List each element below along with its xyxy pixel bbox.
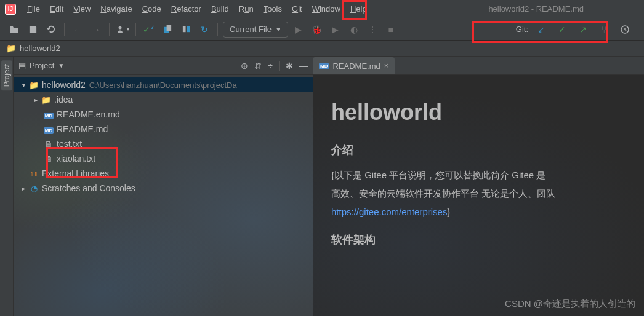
menu-navigate[interactable]: Navigate: [95, 2, 137, 16]
text-file-icon: 🗎: [43, 140, 54, 149]
library-icon: ⫾⫾: [28, 169, 39, 178]
expand-all-icon[interactable]: ⇵: [254, 61, 262, 71]
vcs-diff-icon[interactable]: [178, 22, 194, 38]
git-commit-icon[interactable]: ✓: [554, 22, 570, 38]
markdown-icon: MD: [43, 110, 54, 119]
vcs-commit-icon[interactable]: [159, 22, 175, 38]
markdown-icon: MD: [43, 125, 54, 134]
folder-icon: 📁: [6, 44, 16, 53]
menu-git[interactable]: Git: [287, 2, 307, 16]
git-history-icon[interactable]: [617, 22, 633, 38]
editor-tabs: MD README.md ×: [313, 57, 644, 75]
tree-file-test[interactable]: 🗎 test.txt: [14, 136, 313, 151]
editor-tab-readme[interactable]: MD README.md ×: [313, 57, 395, 74]
doc-arch-heading: 软件架构: [331, 232, 626, 247]
tree-scratches[interactable]: ▸ ◔ Scratches and Consoles: [14, 181, 313, 196]
git-pull-icon[interactable]: ↙: [533, 22, 549, 38]
side-tab-strip: Project: [0, 57, 14, 316]
close-icon[interactable]: ×: [384, 61, 388, 70]
menu-run[interactable]: Run: [234, 2, 259, 16]
back-icon[interactable]: ←: [70, 22, 86, 38]
settings-icon[interactable]: ✱: [286, 61, 293, 71]
expand-arrow-icon[interactable]: ▾: [18, 82, 28, 89]
users-icon[interactable]: ▾: [115, 22, 131, 38]
markdown-preview: helloworld 介绍 {以下是 Gitee 平台说明，您可以替换此简介 G…: [313, 75, 644, 316]
tree-file-readme-en[interactable]: MD README.en.md: [14, 107, 313, 122]
tree-external-libraries[interactable]: ⫾⫾ External Libraries: [14, 166, 313, 181]
menu-help[interactable]: Help: [345, 2, 372, 16]
project-icon: ▤: [18, 61, 26, 70]
folder-icon: 📁: [41, 95, 52, 105]
run-config-label: Current File: [230, 25, 272, 34]
project-tree: ▾ 📁 helloworld2 C:\Users\hanzhuan\Docume…: [14, 75, 313, 316]
project-tool-tab[interactable]: Project: [1, 60, 12, 90]
menu-edit[interactable]: Edit: [45, 2, 68, 16]
open-icon[interactable]: [6, 22, 22, 38]
toolbar: ← → ▾ ✓↙ ↻ Current File ▼ ▶ 🐞 ▶ ◐ ⋮ ■ Gi…: [0, 18, 644, 41]
doc-h1: helloworld: [331, 100, 626, 125]
svg-rect-2: [166, 25, 171, 31]
gitee-link[interactable]: https://gitee.com/enterprises: [331, 207, 447, 217]
menubar: IJ File Edit View Navigate Code Refactor…: [0, 0, 644, 18]
expand-arrow-icon[interactable]: ▸: [31, 97, 41, 103]
panel-header: ▤ Project ▼ ⊕ ⇵ ÷ ✱ —: [14, 57, 313, 75]
project-panel: ▤ Project ▼ ⊕ ⇵ ÷ ✱ — ▾ 📁 helloworld2 C:…: [14, 57, 313, 316]
svg-rect-4: [187, 26, 190, 32]
run-icon[interactable]: ▶: [291, 22, 307, 38]
intellij-icon: IJ: [5, 4, 16, 15]
git-toolbar: Git: ↙ ✓ ↗ ⑂: [511, 20, 638, 39]
stop-icon[interactable]: ■: [383, 22, 399, 38]
editor-area: MD README.md × helloworld 介绍 {以下是 Gitee …: [313, 57, 644, 316]
save-icon[interactable]: [25, 22, 41, 38]
git-branch-icon[interactable]: ⑂: [596, 22, 612, 38]
expand-arrow-icon[interactable]: ▸: [18, 185, 28, 192]
tree-file-readme[interactable]: MD README.md: [14, 122, 313, 136]
forward-icon[interactable]: →: [88, 22, 104, 38]
menu-build[interactable]: Build: [206, 2, 234, 16]
doc-intro-text: {以下是 Gitee 平台说明，您可以替换此简介 Gitee 是 高效、安全的云…: [331, 166, 626, 221]
tree-file-xiaolan[interactable]: 🗎 xiaolan.txt: [14, 151, 313, 166]
profile-icon[interactable]: ◐: [346, 22, 362, 38]
tab-label: README.md: [332, 61, 380, 71]
scratches-icon: ◔: [28, 184, 39, 193]
chevron-down-icon: ▼: [275, 26, 281, 33]
git-push-icon[interactable]: ↗: [575, 22, 591, 38]
breadcrumb: 📁 helloworld2: [0, 41, 644, 57]
select-opened-icon[interactable]: ⊕: [241, 61, 248, 71]
debug-icon[interactable]: 🐞: [309, 22, 325, 38]
coverage-icon[interactable]: ▶: [328, 22, 344, 38]
doc-intro-heading: 介绍: [331, 143, 626, 157]
svg-point-0: [118, 26, 121, 29]
markdown-icon: MD: [319, 63, 329, 69]
folder-icon: 📁: [28, 81, 39, 90]
vcs-update-icon[interactable]: ✓↙: [141, 22, 157, 38]
breadcrumb-root[interactable]: helloworld2: [20, 44, 60, 53]
menu-view[interactable]: View: [68, 2, 95, 16]
menu-tools[interactable]: Tools: [259, 2, 287, 16]
tree-folder-idea[interactable]: ▸ 📁 .idea: [14, 92, 313, 107]
run-config-selector[interactable]: Current File ▼: [223, 22, 288, 38]
more-run-icon[interactable]: ⋮: [364, 22, 380, 38]
chevron-down-icon: ▼: [58, 62, 64, 69]
menu-code[interactable]: Code: [137, 2, 166, 16]
menu-refactor[interactable]: Refactor: [166, 2, 206, 16]
tree-root[interactable]: ▾ 📁 helloworld2 C:\Users\hanzhuan\Docume…: [14, 77, 313, 92]
collapse-all-icon[interactable]: ÷: [268, 61, 273, 71]
hide-panel-icon[interactable]: —: [299, 61, 308, 71]
svg-rect-3: [182, 26, 185, 32]
menu-file[interactable]: File: [22, 2, 45, 16]
window-title: helloworld2 - README.md: [488, 4, 584, 14]
vcs-history-icon[interactable]: ↻: [196, 22, 212, 38]
text-file-icon: 🗎: [43, 154, 54, 164]
refresh-icon[interactable]: [43, 22, 59, 38]
git-label: Git:: [516, 25, 528, 34]
panel-title[interactable]: ▤ Project ▼: [18, 61, 64, 70]
menu-window[interactable]: Window: [307, 2, 345, 16]
